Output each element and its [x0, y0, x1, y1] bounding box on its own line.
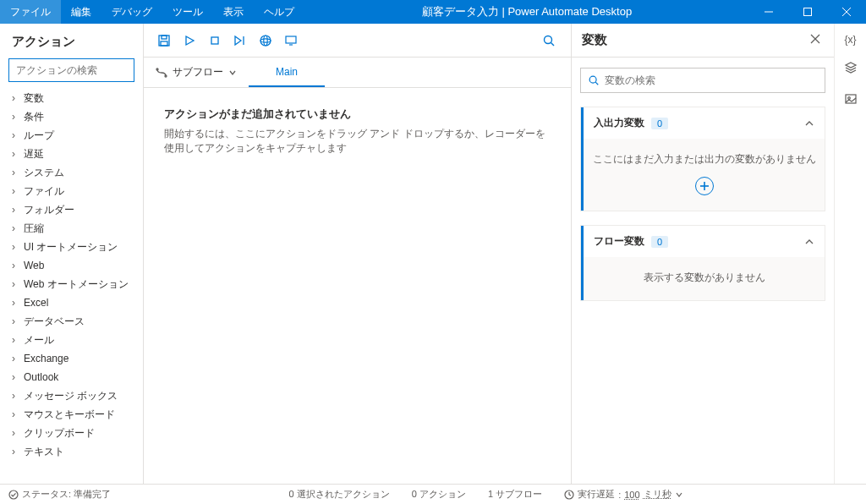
chevron-right-icon: ›	[12, 390, 15, 402]
svg-rect-5	[162, 36, 167, 39]
action-category-label: フォルダー	[24, 203, 74, 217]
action-category[interactable]: ›クリップボード	[0, 424, 141, 442]
canvas-empty-title: アクションがまだ追加されていません	[164, 107, 551, 122]
svg-point-28	[847, 97, 850, 100]
io-variables-title: 入出力変数	[594, 116, 644, 130]
action-category[interactable]: ›テキスト	[0, 442, 141, 461]
subflow-label: サブフロー	[173, 65, 223, 79]
tab-main[interactable]: Main	[249, 58, 325, 87]
status-subflows-count: 1 サブフロー	[488, 488, 542, 501]
rail-images-icon[interactable]	[844, 92, 858, 108]
menu-help[interactable]: ヘルプ	[254, 0, 304, 24]
chevron-right-icon: ›	[12, 315, 15, 327]
chevron-right-icon: ›	[12, 204, 15, 216]
svg-point-13	[264, 36, 267, 46]
chevron-right-icon: ›	[12, 111, 15, 123]
action-category[interactable]: ›変数	[0, 89, 141, 107]
action-category[interactable]: ›フォルダー	[0, 200, 141, 219]
search-icon	[588, 74, 600, 86]
action-category[interactable]: ›システム	[0, 163, 141, 182]
io-variables-empty: ここにはまだ入力または出力の変数がありません	[593, 152, 816, 167]
action-category[interactable]: ›Web	[0, 256, 141, 275]
actions-search-input[interactable]	[16, 64, 127, 76]
right-rail: {x}	[834, 24, 866, 484]
action-category[interactable]: ›データベース	[0, 312, 141, 331]
chevron-right-icon: ›	[12, 148, 15, 160]
chevron-right-icon: ›	[12, 408, 15, 420]
action-category[interactable]: ›遅延	[0, 145, 141, 163]
action-category-label: Exchange	[24, 353, 69, 364]
save-button[interactable]	[152, 29, 176, 52]
stop-button[interactable]	[203, 29, 227, 52]
status-delay-label: 実行遅延	[578, 488, 615, 501]
action-category[interactable]: ›条件	[0, 107, 141, 126]
action-category[interactable]: ›Exchange	[0, 349, 141, 368]
variables-search[interactable]	[580, 68, 825, 93]
flow-canvas[interactable]: アクションがまだ追加されていません 開始するには、ここにアクションをドラッグ ア…	[144, 88, 571, 484]
subflow-bar: サブフロー Main	[144, 58, 571, 88]
action-category[interactable]: ›Outlook	[0, 368, 141, 386]
status-ready: ステータス: 準備完了	[22, 488, 111, 501]
chevron-right-icon: ›	[12, 334, 15, 346]
action-category-label: Excel	[24, 297, 48, 309]
action-category-label: 条件	[24, 110, 44, 124]
close-button[interactable]	[827, 0, 866, 24]
svg-line-23	[595, 82, 598, 85]
flow-variables-count: 0	[651, 236, 668, 248]
run-button[interactable]	[178, 29, 201, 52]
status-delay-value[interactable]: 100	[624, 490, 639, 500]
action-category[interactable]: ›Excel	[0, 293, 141, 312]
action-category[interactable]: ›Web オートメーション	[0, 275, 141, 293]
action-category[interactable]: ›UI オートメーション	[0, 238, 141, 256]
search-flow-button[interactable]	[537, 29, 561, 52]
svg-rect-14	[286, 36, 296, 43]
action-category[interactable]: ›圧縮	[0, 219, 141, 238]
variables-search-input[interactable]	[605, 74, 818, 86]
flow-variables-header[interactable]: フロー変数 0	[581, 226, 825, 257]
actions-search[interactable]	[8, 58, 134, 82]
variables-close-button[interactable]	[807, 30, 824, 50]
action-category-label: テキスト	[24, 445, 64, 459]
chevron-right-icon: ›	[12, 92, 15, 104]
action-category[interactable]: ›ファイル	[0, 182, 141, 200]
chevron-down-icon	[675, 490, 683, 499]
action-category-label: UI オートメーション	[24, 240, 118, 255]
minimize-button[interactable]	[749, 0, 788, 24]
maximize-button[interactable]	[788, 0, 827, 24]
menu-tools[interactable]: ツール	[162, 0, 213, 24]
add-io-variable-button[interactable]	[695, 177, 714, 195]
actions-panel: アクション ›変数›条件›ループ›遅延›システム›ファイル›フォルダー›圧縮›U…	[0, 24, 144, 484]
action-category-label: 変数	[24, 91, 44, 106]
menu-view[interactable]: 表示	[213, 0, 254, 24]
web-recorder-button[interactable]	[254, 29, 277, 52]
plus-icon	[699, 181, 710, 191]
menu-file[interactable]: ファイル	[0, 0, 61, 24]
io-variables-header[interactable]: 入出力変数 0	[581, 107, 825, 139]
chevron-right-icon: ›	[12, 427, 15, 439]
titlebar: ファイル 編集 デバッグ ツール 表示 ヘルプ 顧客データ入力 | Power …	[0, 0, 866, 24]
window-title: 顧客データ入力 | Power Automate Desktop	[304, 0, 749, 24]
action-category[interactable]: ›メッセージ ボックス	[0, 386, 141, 405]
rail-layers-icon[interactable]	[844, 61, 858, 77]
action-category-label: 圧縮	[24, 222, 44, 236]
designer: サブフロー Main アクションがまだ追加されていません 開始するには、ここにア…	[144, 24, 572, 484]
actions-header: アクション	[0, 24, 143, 58]
status-delay-unit[interactable]: ミリ秒	[644, 488, 671, 501]
subflow-dropdown[interactable]: サブフロー	[144, 58, 249, 87]
svg-point-22	[589, 76, 596, 83]
desktop-recorder-button[interactable]	[279, 29, 303, 52]
status-actions-count: 0 アクション	[412, 488, 466, 501]
action-category[interactable]: ›ループ	[0, 126, 141, 145]
action-category[interactable]: ›メール	[0, 331, 141, 349]
menu-edit[interactable]: 編集	[61, 0, 101, 24]
svg-point-12	[260, 38, 271, 41]
chevron-right-icon: ›	[12, 185, 15, 197]
svg-line-17	[551, 42, 555, 46]
svg-marker-7	[186, 36, 194, 45]
menu-debug[interactable]: デバッグ	[101, 0, 162, 24]
action-category-label: メッセージ ボックス	[24, 389, 118, 403]
step-button[interactable]	[228, 29, 252, 52]
rail-variables-icon[interactable]: {x}	[844, 34, 856, 46]
action-category-label: ファイル	[24, 184, 64, 199]
action-category[interactable]: ›マウスとキーボード	[0, 405, 141, 424]
